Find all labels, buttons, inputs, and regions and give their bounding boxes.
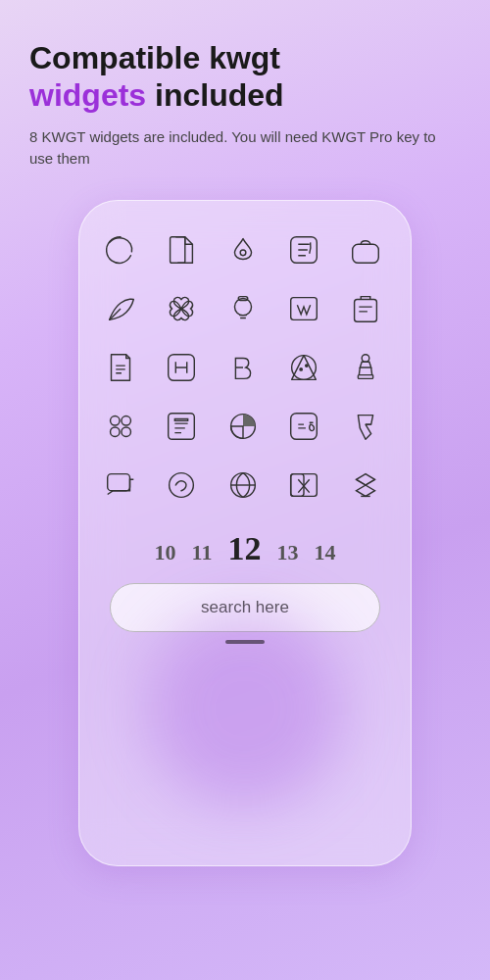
page-13: 13 <box>276 540 298 565</box>
icon-clipboard <box>340 283 391 334</box>
title-text: Compatible kwgt <box>29 40 280 75</box>
icon-grid-row5 <box>95 460 395 511</box>
icon-flower <box>156 283 207 334</box>
icon-edge <box>95 224 146 275</box>
icon-leaf <box>95 283 146 334</box>
icon-doc <box>95 342 146 393</box>
icon-circle-line <box>218 460 269 511</box>
svg-point-14 <box>111 416 121 425</box>
svg-rect-13 <box>358 374 372 378</box>
icon-hackerrank <box>156 342 207 393</box>
page-10: 10 <box>155 540 176 565</box>
svg-point-15 <box>122 416 131 425</box>
phone-frame: 10 11 12 13 14 search here <box>78 200 412 866</box>
svg-point-12 <box>362 354 369 362</box>
svg-rect-18 <box>169 413 195 439</box>
search-bar[interactable]: search here <box>110 583 379 632</box>
page-numbers: 10 11 12 13 14 <box>155 530 336 567</box>
svg-rect-25 <box>291 473 304 496</box>
icon-dropbox <box>340 460 391 511</box>
page-title: Compatible kwgt widgets included <box>29 39 461 115</box>
icon-behance-b <box>218 342 269 393</box>
subtitle-text: 8 KWGT widgets are included. You will ne… <box>29 126 461 171</box>
icon-reeder <box>156 460 207 511</box>
svg-point-9 <box>292 355 317 379</box>
icon-bag <box>340 224 391 275</box>
icon-grid-row1 <box>95 224 395 275</box>
svg-point-11 <box>305 364 309 368</box>
icon-pages <box>156 224 207 275</box>
icon-bulb <box>218 283 269 334</box>
svg-point-22 <box>170 472 194 497</box>
icon-word <box>278 283 329 334</box>
icon-foursquare <box>340 401 391 452</box>
icon-behance <box>278 401 329 452</box>
page-12-active: 12 <box>227 530 261 567</box>
icon-notion <box>156 401 207 452</box>
search-placeholder: search here <box>201 598 289 617</box>
icon-chess <box>340 342 391 393</box>
icon-pizza <box>278 342 329 393</box>
page-14: 14 <box>314 540 335 565</box>
icon-grid-row4 <box>95 401 395 452</box>
svg-point-1 <box>240 250 246 256</box>
title-text2: included <box>155 77 284 113</box>
icon-powerpoint <box>218 401 269 452</box>
svg-point-16 <box>111 427 121 437</box>
icon-airbnb <box>218 224 269 275</box>
icon-grid-row3 <box>95 342 395 393</box>
home-indicator <box>225 640 265 644</box>
page-11: 11 <box>192 540 213 565</box>
svg-rect-0 <box>171 236 185 263</box>
title-highlight: widgets <box>29 77 146 113</box>
icon-grid-app <box>95 401 146 452</box>
icon-grid-row2 <box>95 283 395 334</box>
svg-point-17 <box>122 427 131 437</box>
svg-rect-3 <box>352 244 378 263</box>
icon-chat <box>95 460 146 511</box>
svg-rect-7 <box>354 299 376 321</box>
icon-excel <box>278 460 329 511</box>
header: Compatible kwgt widgets included 8 KWGT … <box>0 0 490 190</box>
icon-shopify <box>278 224 329 275</box>
svg-point-10 <box>299 368 303 371</box>
svg-rect-21 <box>108 473 130 490</box>
